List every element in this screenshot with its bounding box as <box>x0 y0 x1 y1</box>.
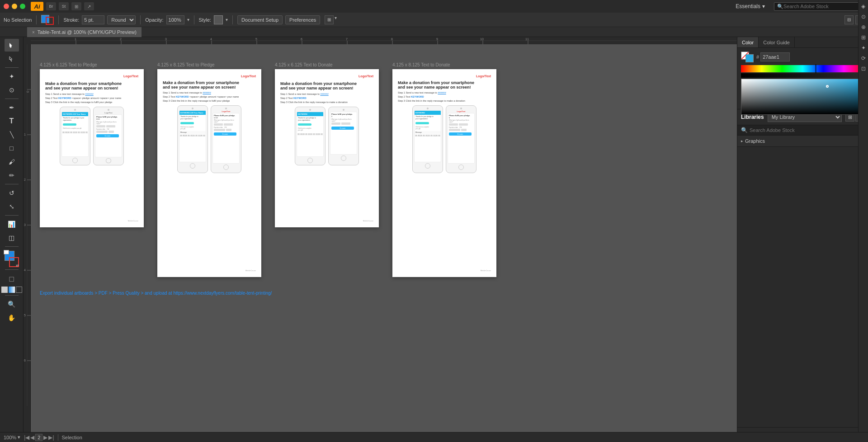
toolbar-sep-5 <box>232 15 233 24</box>
zoom-status[interactable]: 100% ▾ <box>4 434 20 440</box>
color-gradient-bar[interactable] <box>741 73 864 78</box>
ab4-screen-2: Please fulfil your pledge. $ What type o… <box>448 113 475 164</box>
swap-colors-icon[interactable]: ⇄ <box>15 263 20 268</box>
export-hint: Export individual artboards > PDF > Pres… <box>40 291 728 296</box>
tab-bar: × Table-Tent.ai @ 100% (CMYK/GPU Preview… <box>0 27 868 37</box>
fill-stroke-display[interactable] <box>741 52 754 62</box>
artboard-4[interactable]: Logo/Text Make a donation from your smar… <box>392 69 496 277</box>
line-tool-button[interactable]: ╲ <box>5 128 19 141</box>
artboard-1-container: 4.125 x 6.125 Text to Pledge Logo/Text M… <box>40 62 144 227</box>
library-search-input[interactable] <box>750 127 864 133</box>
ab3-speaker <box>309 109 311 111</box>
canvas-content[interactable]: 4.125 x 6.125 Text to Pledge Logo/Text M… <box>31 44 737 442</box>
arrow-icon[interactable]: ↗ <box>84 2 94 10</box>
tab-close-icon[interactable]: × <box>32 30 35 35</box>
app-icon-group: Ai Br St ⊞ ↗ <box>31 2 94 11</box>
panel-icon-3[interactable]: ⊕ <box>859 23 868 32</box>
color-guide-tab[interactable]: Color Guide <box>759 37 795 47</box>
color-field[interactable] <box>741 79 864 115</box>
arrange-chevron-icon[interactable]: ▾ <box>335 15 337 24</box>
style-chevron-icon[interactable]: ▾ <box>226 17 228 22</box>
ab2-screen-1: KEYWORD-500 Your Name Thanks for your pl… <box>179 110 206 162</box>
artboard-3[interactable]: Logo/Text Make a donation from your smar… <box>275 69 379 227</box>
bridge-icon[interactable]: Br <box>46 2 56 10</box>
maximize-window-button[interactable] <box>20 4 25 9</box>
pen-tool-button[interactable]: ✒ <box>5 101 19 114</box>
search-stock-input[interactable] <box>783 4 861 9</box>
opacity-label: Opacity: <box>145 17 163 23</box>
magic-wand-tool-button[interactable]: ✦ <box>5 70 19 83</box>
stroke-style-select[interactable]: Round <box>107 15 136 24</box>
arrange-buttons[interactable]: ⊞ ▾ <box>325 15 337 24</box>
stroke-color-swatch[interactable] <box>46 17 54 25</box>
status-sep-1 <box>58 434 58 441</box>
page-number[interactable]: 2 <box>35 434 42 441</box>
document-tab[interactable]: × Table-Tent.ai @ 100% (CMYK/GPU Preview… <box>27 27 142 37</box>
graph-tool-button[interactable]: 📊 <box>5 218 19 230</box>
lt-sep-4 <box>5 215 19 216</box>
artboard-1[interactable]: Logo/Text Make a donation from your smar… <box>40 69 144 227</box>
none-fill-button[interactable]: ◻ <box>5 272 19 285</box>
minimize-window-button[interactable] <box>12 4 17 9</box>
panel-icon-strip: ◈ ⊙ ⊕ ⊞ ✦ ⟳ ⊡ <box>858 0 868 442</box>
left-toolbar: ✦ ⊙ ✒ T ╲ □ 🖌 ✏ ↺ ⤡ 📊 ◫ ⇄ ◻ 🔍 ✋ <box>0 37 24 442</box>
stock-icon[interactable]: St <box>59 2 69 10</box>
pattern-color-button[interactable] <box>16 287 22 293</box>
panel-icon-4[interactable]: ⊞ <box>859 33 868 42</box>
select-tool-button[interactable] <box>5 39 19 52</box>
selection-info: No Selection <box>4 17 32 23</box>
chevron-down-icon: ▾ <box>762 3 765 9</box>
opacity-chevron-icon[interactable]: ▾ <box>187 17 189 22</box>
panel-icon-7[interactable]: ⊡ <box>859 64 868 73</box>
arrange-icon[interactable]: ⊞ <box>325 15 334 24</box>
stroke-value-display[interactable]: 5 pt. <box>82 15 104 24</box>
gradient-color-button[interactable] <box>9 287 15 293</box>
text-tool-button[interactable]: T <box>5 115 19 127</box>
pencil-tool-button[interactable]: ✏ <box>5 169 19 182</box>
panel-icon-6[interactable]: ⟳ <box>859 54 868 63</box>
gradient-tool-button[interactable]: ◫ <box>5 231 19 244</box>
arrange-artboards-icon[interactable]: ⊟ <box>844 15 854 24</box>
paintbrush-tool-button[interactable]: 🖌 <box>5 155 19 168</box>
page-back-icon[interactable]: ◀ <box>30 434 34 441</box>
direct-select-tool-button[interactable] <box>5 52 19 65</box>
gift-options <box>96 125 121 127</box>
color-spectrum-bar[interactable] <box>741 65 864 72</box>
close-window-button[interactable] <box>4 4 9 9</box>
solid-color-button[interactable] <box>1 287 8 293</box>
zoom-tool-button[interactable]: 🔍 <box>5 298 19 310</box>
page-next-icon[interactable]: ▶ <box>43 434 47 441</box>
panel-icon-1[interactable]: ◈ <box>859 2 868 11</box>
artboard-2[interactable]: Logo/Text Make a donation from your smar… <box>157 69 261 277</box>
panel-icon-2[interactable]: ⊙ <box>859 12 868 21</box>
page-last-icon[interactable]: ▶| <box>48 434 54 441</box>
search-stock-area[interactable]: 🔍 <box>774 2 864 11</box>
hex-input[interactable] <box>760 52 790 61</box>
lasso-tool-button[interactable]: ⊙ <box>5 84 19 96</box>
color-tab[interactable]: Color <box>737 37 759 47</box>
opacity-value-display[interactable]: 100% <box>166 15 184 24</box>
rect-tool-button[interactable]: □ <box>5 142 19 155</box>
home-button <box>72 158 78 163</box>
lt-sep-3 <box>5 184 19 184</box>
graphics-section[interactable]: ▸ Graphics <box>737 136 868 147</box>
layout-icon[interactable]: ⊞ <box>71 2 81 10</box>
preferences-button[interactable]: Preferences <box>285 15 320 24</box>
scale-tool-button[interactable]: ⤡ <box>5 200 19 213</box>
style-swatch[interactable] <box>214 15 223 24</box>
rotate-tool-button[interactable]: ↺ <box>5 187 19 199</box>
fill-stroke-swatches[interactable] <box>41 15 54 25</box>
window-controls[interactable] <box>4 4 25 9</box>
color-fill-swatch[interactable] <box>745 54 754 62</box>
panel-icon-5[interactable]: ✦ <box>859 43 868 52</box>
workspace-selector[interactable]: Essentials ▾ <box>736 3 765 9</box>
ab1-logo: Logo/Text <box>45 75 138 78</box>
page-nav[interactable]: |◀ ◀ 2 ▶ ▶| <box>24 434 54 441</box>
default-colors-icon[interactable] <box>4 250 9 254</box>
document-setup-button[interactable]: Document Setup <box>237 15 283 24</box>
ab4-footer: MobileCause <box>398 269 491 272</box>
canvas-area[interactable]: 1 2 3 4 5 6 7 8 9 <box>24 37 737 442</box>
page-prev-icon[interactable]: |◀ <box>24 434 29 441</box>
ab3-home-2 <box>341 155 346 161</box>
hand-tool-button[interactable]: ✋ <box>5 311 19 324</box>
